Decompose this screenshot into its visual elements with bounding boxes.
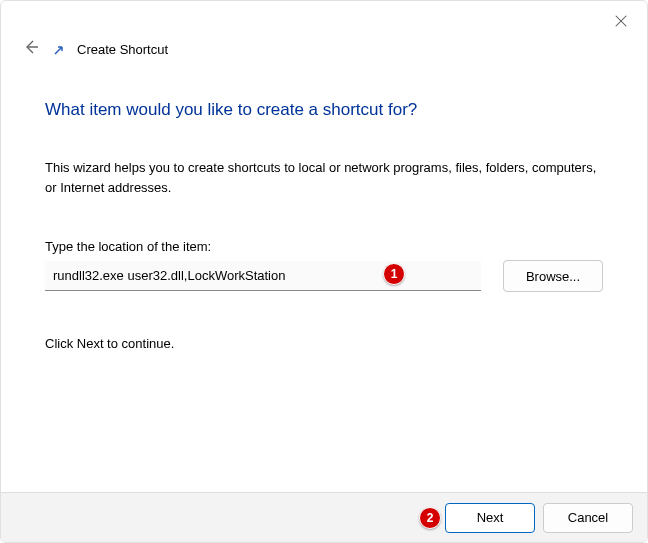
main-content: What item would you like to create a sho…: [1, 60, 647, 351]
wizard-description: This wizard helps you to create shortcut…: [45, 158, 603, 197]
next-button[interactable]: Next: [445, 503, 535, 533]
wizard-question: What item would you like to create a sho…: [45, 100, 603, 120]
annotation-badge-2: 2: [419, 507, 441, 529]
arrow-left-icon: [23, 39, 39, 55]
footer-bar: 2 Next Cancel: [1, 492, 647, 542]
header-bar: Create Shortcut: [1, 1, 647, 60]
location-row: Browse... 1: [45, 260, 603, 292]
back-button[interactable]: [21, 39, 41, 60]
close-icon: [614, 14, 628, 28]
shortcut-arrow-icon: [53, 44, 65, 56]
close-button[interactable]: [609, 9, 633, 33]
location-label: Type the location of the item:: [45, 239, 603, 254]
page-title: Create Shortcut: [77, 42, 168, 57]
browse-button[interactable]: Browse...: [503, 260, 603, 292]
cancel-button[interactable]: Cancel: [543, 503, 633, 533]
continue-hint: Click Next to continue.: [45, 336, 603, 351]
location-input[interactable]: [45, 261, 481, 291]
